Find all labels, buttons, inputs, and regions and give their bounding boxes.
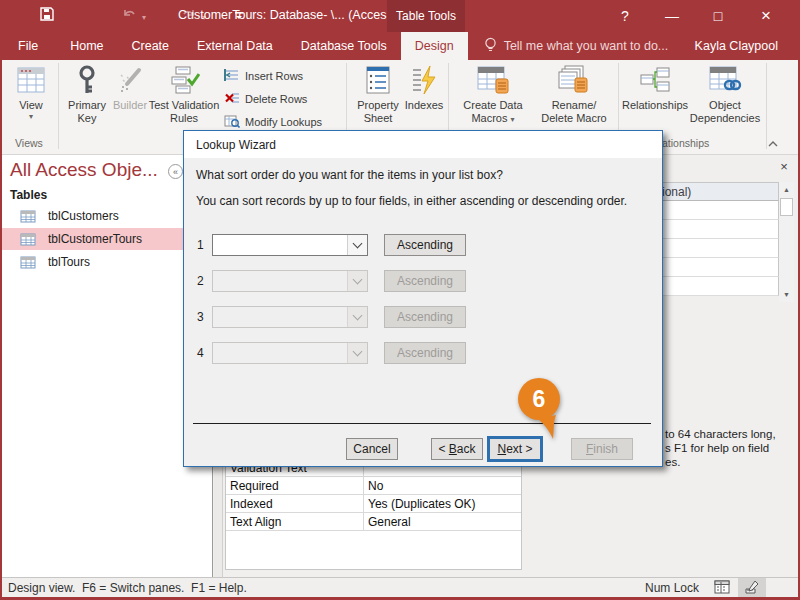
field-properties-table: Validation Text Required No Indexed Yes … <box>225 458 522 570</box>
shutter-bar-button[interactable]: « <box>168 164 183 179</box>
nav-item-label: tblTours <box>48 255 90 269</box>
nav-item-label: tblCustomers <box>48 209 119 223</box>
nav-item-tbltours[interactable]: tblTours <box>2 251 213 273</box>
tab-external-data[interactable]: External Data <box>183 32 287 60</box>
callout-number: 6 <box>533 386 546 412</box>
num-lock-indicator: Num Lock <box>645 581 699 595</box>
builder-button[interactable]: Builder <box>110 63 150 133</box>
delete-rows-button[interactable]: Delete Rows <box>224 89 307 109</box>
property-row[interactable]: Text Align General <box>226 513 521 531</box>
table-icon <box>20 233 36 246</box>
sort-field-combobox-2 <box>212 270 368 292</box>
tab-design[interactable]: Design <box>401 32 468 60</box>
relationships-label: Relationships <box>622 99 688 112</box>
table-tools-context-tab[interactable]: Table Tools <box>387 0 465 32</box>
minimize-icon: — <box>665 8 679 24</box>
property-label: Text Align <box>226 513 364 530</box>
create-data-macros-dropdown-icon: ▾ <box>511 115 515 124</box>
undo-icon <box>121 7 137 25</box>
sort-direction-button-4: Ascending <box>384 342 466 364</box>
modify-lookups-button[interactable]: Modify Lookups <box>224 112 322 132</box>
tell-me-box[interactable]: Tell me what you want to do... <box>474 32 679 60</box>
sort-row-1: 1 Ascending <box>184 234 664 256</box>
signed-in-user[interactable]: Kayla Claypool <box>695 32 800 60</box>
nav-item-tblcustomers[interactable]: tblCustomers <box>2 205 213 227</box>
scroll-up-icon[interactable]: ▲ <box>779 182 794 197</box>
datasheet-view-icon <box>714 580 730 597</box>
save-button[interactable] <box>36 5 58 27</box>
tab-home[interactable]: Home <box>56 32 117 60</box>
tell-me-label: Tell me what you want to do... <box>504 39 669 53</box>
test-validation-rules-button[interactable]: Test Validation Rules <box>148 63 220 133</box>
datasheet-view-button[interactable] <box>708 578 736 598</box>
tab-create[interactable]: Create <box>118 32 184 60</box>
dialog-subtitle: You can sort records by up to four field… <box>196 194 627 208</box>
help-icon: ? <box>621 8 629 24</box>
cancel-button[interactable]: Cancel <box>346 438 398 460</box>
insert-rows-button[interactable]: Insert Rows <box>224 66 303 86</box>
design-view-button[interactable] <box>738 578 766 598</box>
insert-rows-label: Insert Rows <box>245 70 303 82</box>
nav-item-tblcustomertours[interactable]: tblCustomerTours <box>2 228 213 250</box>
scroll-down-icon[interactable]: ▼ <box>779 287 794 302</box>
grid-vertical-scrollbar[interactable]: ▲ ▼ <box>779 182 794 302</box>
primary-key-button[interactable]: Primary Key <box>64 63 110 133</box>
view-button[interactable]: View ▾ <box>10 63 52 133</box>
rename-delete-macro-icon <box>557 63 591 97</box>
sort-field-combobox-3 <box>212 306 368 328</box>
property-sheet-button[interactable]: Property Sheet <box>352 63 404 133</box>
tab-database-tools[interactable]: Database Tools <box>287 32 401 60</box>
status-message: Design view. F6 = Switch panes. F1 = Hel… <box>8 581 247 595</box>
builder-label: Builder <box>113 99 147 112</box>
navigation-pane-title: All Access Obje... <box>10 159 158 181</box>
tables-section-header[interactable]: Tables <box>10 188 47 202</box>
view-label: View <box>19 99 43 112</box>
sort-row-number: 1 <box>197 238 204 252</box>
maximize-button[interactable]: □ <box>696 0 740 32</box>
scrollbar-thumb[interactable] <box>780 198 793 216</box>
undo-dropdown-icon[interactable]: ▾ <box>142 13 146 22</box>
property-value: Yes (Duplicates OK) <box>364 495 521 512</box>
minimize-button[interactable]: — <box>650 0 694 32</box>
relationships-button[interactable]: Relationships <box>624 63 686 133</box>
create-data-macros-button[interactable]: Create Data Macros ▾ <box>454 63 532 133</box>
create-data-macros-icon <box>476 63 510 97</box>
sort-field-combobox-1[interactable] <box>212 234 368 256</box>
combo-dropdown-icon[interactable] <box>347 235 367 255</box>
test-validation-icon <box>168 63 200 97</box>
property-sheet-icon <box>365 63 391 97</box>
help-button[interactable]: ? <box>603 0 647 32</box>
modify-lookups-label: Modify Lookups <box>245 116 322 128</box>
rename-delete-macro-label: Rename/Delete Macro <box>541 99 606 124</box>
indexes-label: Indexes <box>405 99 444 112</box>
property-label: Indexed <box>226 495 364 512</box>
table-icon <box>20 210 36 223</box>
insert-rows-icon <box>224 68 240 84</box>
property-label: Required <box>226 477 364 494</box>
indexes-button[interactable]: Indexes <box>402 63 446 133</box>
window-border-left <box>0 0 2 600</box>
property-row[interactable]: Indexed Yes (Duplicates OK) <box>226 495 521 513</box>
undo-button[interactable] <box>118 5 140 27</box>
create-data-macros-label: Create Data Macros ▾ <box>463 99 522 124</box>
combo-dropdown-icon <box>347 307 367 327</box>
collapse-ribbon-button[interactable] <box>768 140 778 147</box>
sort-row-number: 2 <box>197 274 204 288</box>
property-value: General <box>364 513 521 530</box>
design-view-icon <box>744 580 760 597</box>
title-bar: ▾ ▾ CustomerTours: Database- \... (Acces… <box>0 0 800 32</box>
sort-row-number: 4 <box>197 346 204 360</box>
panel-close-button[interactable]: × <box>774 157 794 175</box>
object-dependencies-button[interactable]: Object Dependencies <box>688 63 762 133</box>
rename-delete-macro-button[interactable]: Rename/Delete Macro <box>534 63 614 133</box>
close-button[interactable]: × <box>744 0 788 32</box>
back-button[interactable]: < Back <box>431 438 483 460</box>
tab-file[interactable]: File <box>0 32 56 60</box>
views-group-label: Views <box>15 137 43 149</box>
property-row[interactable]: Required No <box>226 477 521 495</box>
sort-row-3: 3 Ascending <box>184 306 664 328</box>
sort-field-combobox-4 <box>212 342 368 364</box>
primary-key-icon <box>76 63 98 97</box>
sort-direction-button-1[interactable]: Ascending <box>384 234 466 256</box>
property-sheet-label: Property Sheet <box>352 99 404 124</box>
